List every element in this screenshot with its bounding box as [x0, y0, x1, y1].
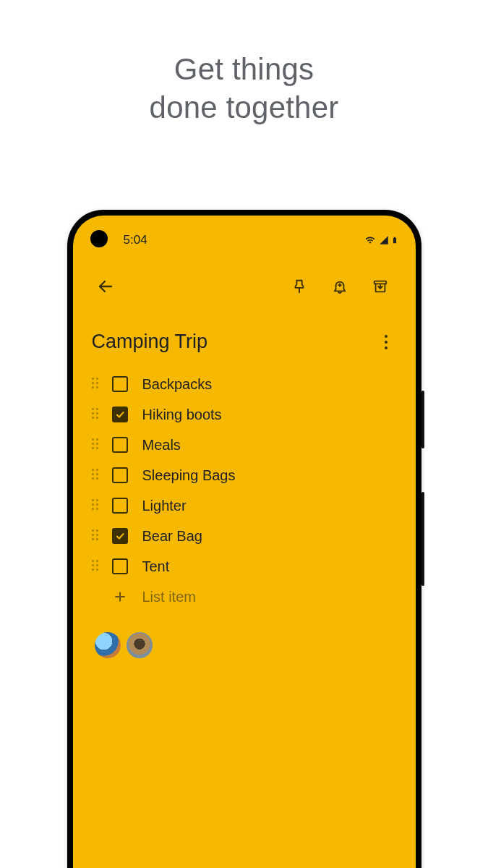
checkbox[interactable] [112, 376, 128, 392]
signal-icon [378, 235, 390, 245]
phone-side-button-2 [421, 492, 424, 586]
collaborator-avatar-1[interactable] [95, 632, 121, 658]
archive-icon [372, 278, 388, 294]
list-item: Lighter [92, 490, 397, 521]
title-row: Camping Trip [92, 331, 397, 353]
checkbox[interactable] [112, 467, 128, 483]
drag-handle-icon[interactable] [92, 499, 105, 512]
camera-punch-hole [90, 230, 108, 247]
note-overflow-button[interactable] [375, 335, 397, 349]
collaborator-avatars [92, 632, 397, 658]
battery-icon [391, 234, 398, 246]
reminder-button[interactable] [323, 270, 356, 303]
headline-line-2: done together [0, 89, 488, 127]
phone-side-button-1 [421, 391, 424, 448]
list-item-label[interactable]: Bear Bag [142, 528, 202, 545]
checkbox[interactable] [112, 558, 128, 574]
drag-handle-icon[interactable] [92, 438, 105, 451]
clock-text: 5:04 [124, 233, 147, 247]
list-item-label[interactable]: Meals [142, 437, 181, 454]
status-icons [364, 234, 398, 246]
status-bar: 5:04 [73, 216, 416, 252]
add-list-item-placeholder: List item [142, 589, 196, 605]
promo-canvas: Get things done together 5:04 [0, 0, 488, 868]
checkbox[interactable] [112, 528, 128, 544]
drag-handle-icon[interactable] [92, 529, 105, 542]
list-item-label[interactable]: Lighter [142, 498, 187, 514]
add-list-item-row[interactable]: List item [92, 582, 397, 612]
wifi-icon [364, 235, 377, 245]
note-content: Camping Trip BackpacksHiking bootsMealsS… [73, 310, 416, 658]
app-bar [73, 252, 416, 310]
list-item: Backpacks [92, 369, 397, 399]
list-item: Hiking boots [92, 399, 397, 430]
headline-line-1: Get things [0, 51, 488, 89]
checkbox[interactable] [112, 437, 128, 453]
pin-icon [291, 278, 307, 294]
back-icon [97, 278, 114, 295]
drag-handle-icon[interactable] [92, 408, 105, 421]
collaborator-avatar-2[interactable] [127, 632, 153, 658]
checkbox[interactable] [112, 498, 128, 514]
back-button[interactable] [89, 270, 122, 303]
note-title[interactable]: Camping Trip [92, 331, 208, 353]
checkbox[interactable] [112, 407, 128, 422]
list-item-label[interactable]: Backpacks [142, 376, 213, 393]
drag-handle-icon[interactable] [92, 469, 105, 482]
plus-icon [112, 589, 128, 605]
phone-mock: 5:04 [67, 210, 421, 868]
reminder-icon [332, 278, 348, 294]
archive-button[interactable] [364, 270, 397, 303]
pin-button[interactable] [283, 270, 316, 303]
checklist: BackpacksHiking bootsMealsSleeping BagsL… [92, 369, 397, 582]
list-item-label[interactable]: Sleeping Bags [142, 467, 236, 484]
list-item: Tent [92, 551, 397, 582]
drag-handle-icon[interactable] [92, 560, 105, 573]
list-item: Sleeping Bags [92, 460, 397, 490]
list-item-label[interactable]: Hiking boots [142, 407, 222, 423]
list-item-label[interactable]: Tent [142, 558, 170, 575]
phone-screen: 5:04 [73, 216, 416, 868]
list-item: Meals [92, 430, 397, 460]
headline-block: Get things done together [0, 0, 488, 127]
phone-frame: 5:04 [67, 210, 421, 868]
drag-handle-icon[interactable] [92, 378, 105, 391]
list-item: Bear Bag [92, 521, 397, 551]
